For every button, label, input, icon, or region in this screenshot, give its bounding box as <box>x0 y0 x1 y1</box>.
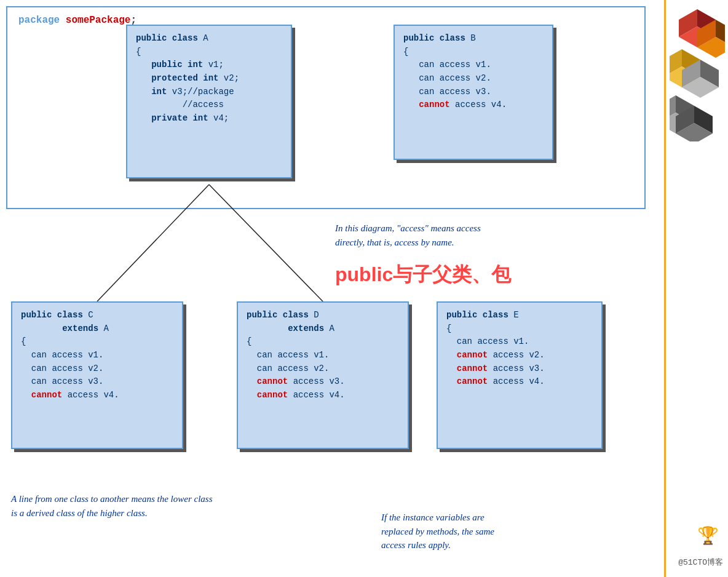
class-b-line-3: can access v1. <box>403 58 544 72</box>
class-b-line-5: can access v3. <box>403 86 544 99</box>
class-c-box: public class C extends A { can access v1… <box>11 301 183 449</box>
right-sidebar: 🏆 @51CTO博客 <box>664 0 728 577</box>
annotation-access-meaning: In this diagram, "access" means access d… <box>335 221 593 249</box>
class-a-line-5: int v3;//package <box>136 86 282 99</box>
class-a-line-7: private int v4; <box>136 112 282 125</box>
class-b-line-4: can access v2. <box>403 72 544 86</box>
logo-icon: 🏆 <box>697 525 719 546</box>
class-c-line-5: can access v2. <box>21 362 173 376</box>
class-b-line-6: cannot access v4. <box>403 98 544 112</box>
annotation-methods: If the instance variables are replaced b… <box>381 511 615 552</box>
class-e-line-6: cannot access v4. <box>446 375 593 389</box>
class-c-line-6: can access v3. <box>21 375 173 389</box>
class-e-line-2: { <box>446 322 593 336</box>
class-d-line-2: extends A <box>247 322 399 336</box>
class-c-line-1: public class C <box>21 309 173 322</box>
class-b-line-2: { <box>403 46 544 59</box>
class-d-line-7: cannot access v4. <box>247 389 399 402</box>
class-e-line-1: public class E <box>446 309 593 322</box>
annotation-line-meaning: A line from one class to another means t… <box>11 492 294 520</box>
class-c-line-2: extends A <box>21 322 173 336</box>
class-e-line-4: cannot access v2. <box>446 349 593 362</box>
cube-decoration <box>670 6 725 141</box>
class-a-line-2: { <box>136 46 282 59</box>
title-chinese: public与子父类、包 <box>335 261 511 288</box>
class-a-line-1: public class A <box>136 32 282 46</box>
class-d-line-5: can access v2. <box>247 362 399 376</box>
class-e-line-3: can access v1. <box>446 335 593 349</box>
main-container: package somePackage; public class A { pu… <box>0 0 664 577</box>
package-label: package somePackage; <box>18 15 136 26</box>
class-b-line-1: public class B <box>403 32 544 46</box>
watermark-text: @51CTO博客 <box>678 557 723 568</box>
class-a-line-3: public int v1; <box>136 58 282 72</box>
class-a-box: public class A { public int v1; protecte… <box>126 25 292 178</box>
class-d-line-4: can access v1. <box>247 349 399 362</box>
class-a-line-4: protected int v2; <box>136 72 282 86</box>
class-d-line-1: public class D <box>247 309 399 322</box>
class-c-line-3: { <box>21 335 173 349</box>
class-d-line-3: { <box>247 335 399 349</box>
class-c-line-7: cannot access v4. <box>21 389 173 402</box>
class-c-line-4: can access v1. <box>21 349 173 362</box>
class-e-line-5: cannot access v3. <box>446 362 593 376</box>
class-b-box: public class B { can access v1. can acce… <box>394 25 553 160</box>
class-a-line-6: //access <box>136 98 282 112</box>
class-d-line-6: cannot access v3. <box>247 375 399 389</box>
class-e-box: public class E { can access v1. cannot a… <box>437 301 603 449</box>
class-d-box: public class D extends A { can access v1… <box>237 301 409 449</box>
